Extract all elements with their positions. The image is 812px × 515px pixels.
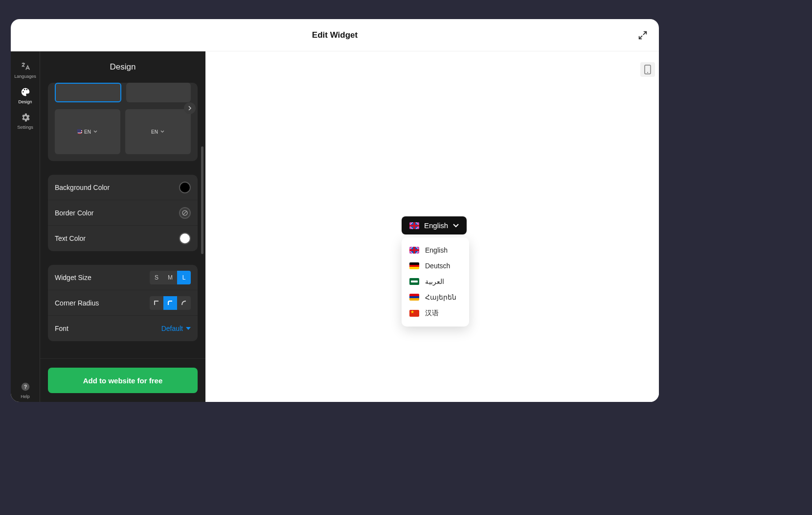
option-label: العربية bbox=[425, 278, 444, 285]
am-flag-icon bbox=[409, 294, 419, 301]
panel-scroll[interactable]: EN EN Background Color bbox=[40, 83, 205, 358]
language-option-chinese[interactable]: 汉语 bbox=[402, 305, 469, 322]
chevron-down-icon bbox=[453, 224, 459, 228]
current-language-label: English bbox=[424, 221, 448, 230]
prop-label: Text Color bbox=[55, 234, 86, 242]
radius-small-button[interactable] bbox=[163, 296, 177, 310]
mobile-preview-toggle[interactable] bbox=[640, 62, 655, 77]
template-grid: EN EN bbox=[48, 83, 198, 161]
background-color-swatch[interactable] bbox=[179, 182, 191, 193]
nav-label: Design bbox=[18, 99, 32, 104]
layout-props: Widget Size S M L Corner Radius bbox=[48, 265, 198, 341]
radius-none-button[interactable] bbox=[150, 296, 163, 310]
color-props: Background Color Border Color Text Color bbox=[48, 175, 198, 251]
prop-label: Widget Size bbox=[55, 274, 91, 281]
language-option-arabic[interactable]: العربية bbox=[402, 274, 469, 289]
uk-flag-icon bbox=[409, 247, 419, 254]
prop-background-color: Background Color bbox=[48, 175, 198, 200]
template-card-3[interactable]: EN bbox=[55, 109, 120, 154]
uk-flag-icon bbox=[409, 222, 419, 229]
font-select[interactable]: Default bbox=[161, 325, 191, 332]
chevron-down-icon bbox=[160, 129, 165, 134]
chevron-down-icon bbox=[93, 129, 98, 134]
modal-title: Edit Widget bbox=[312, 30, 358, 40]
language-dropdown: English Deutsch العربية Հայերեն bbox=[402, 237, 469, 327]
translate-icon bbox=[20, 61, 31, 72]
prop-label: Font bbox=[55, 325, 68, 332]
svg-point-5 bbox=[647, 72, 648, 73]
prop-label: Background Color bbox=[55, 184, 110, 191]
templates-next-button[interactable] bbox=[184, 102, 196, 114]
prop-label: Border Color bbox=[55, 209, 93, 217]
mobile-icon bbox=[644, 65, 651, 74]
prop-widget-size: Widget Size S M L bbox=[48, 265, 198, 290]
language-option-deutsch[interactable]: Deutsch bbox=[402, 258, 469, 274]
prop-font: Font Default bbox=[48, 316, 198, 341]
corner-round-icon bbox=[167, 300, 174, 306]
template-card-1[interactable] bbox=[55, 83, 121, 102]
nav-item-help[interactable]: ? Help bbox=[11, 376, 40, 402]
radius-segmented-control bbox=[150, 296, 191, 310]
modal-header: Edit Widget bbox=[11, 19, 659, 51]
template-label: EN bbox=[84, 129, 91, 135]
nav-label: Settings bbox=[17, 125, 33, 130]
us-flag-icon bbox=[77, 129, 82, 134]
language-widget-preview: English English Deutsch العربية bbox=[402, 216, 469, 327]
preview-area: English English Deutsch العربية bbox=[205, 51, 659, 402]
svg-text:?: ? bbox=[23, 384, 26, 390]
option-label: English bbox=[425, 246, 448, 254]
expand-button[interactable] bbox=[637, 30, 648, 41]
size-segmented-control: S M L bbox=[150, 271, 191, 284]
no-color-icon bbox=[181, 210, 188, 216]
prop-border-color: Border Color bbox=[48, 200, 198, 226]
svg-line-3 bbox=[183, 211, 187, 215]
option-label: Deutsch bbox=[425, 262, 450, 270]
template-card-2[interactable] bbox=[126, 83, 191, 102]
corner-pill-icon bbox=[180, 300, 187, 306]
language-selector-button[interactable]: English bbox=[402, 216, 467, 234]
language-option-english[interactable]: English bbox=[402, 242, 469, 258]
sa-flag-icon bbox=[409, 278, 419, 285]
nav-label: Languages bbox=[14, 74, 36, 79]
chevron-right-icon bbox=[187, 106, 192, 111]
option-label: 汉语 bbox=[425, 309, 439, 318]
cta-wrap: Add to website for free bbox=[40, 358, 205, 402]
caret-down-icon bbox=[186, 327, 191, 330]
help-icon: ? bbox=[20, 381, 31, 392]
cn-flag-icon bbox=[409, 310, 419, 317]
template-label: EN bbox=[151, 129, 158, 135]
de-flag-icon bbox=[409, 262, 419, 269]
palette-icon bbox=[20, 87, 31, 97]
template-card-4[interactable]: EN bbox=[125, 109, 191, 154]
size-m-button[interactable]: M bbox=[163, 271, 177, 284]
language-option-armenian[interactable]: Հայերեն bbox=[402, 289, 469, 305]
text-color-swatch[interactable] bbox=[179, 233, 191, 244]
option-label: Հայերեն bbox=[425, 293, 456, 301]
gear-icon bbox=[20, 112, 31, 123]
prop-text-color: Text Color bbox=[48, 226, 198, 251]
prop-label: Corner Radius bbox=[55, 299, 99, 307]
size-l-button[interactable]: L bbox=[177, 271, 191, 284]
add-to-website-button[interactable]: Add to website for free bbox=[48, 368, 198, 393]
radius-large-button[interactable] bbox=[177, 296, 191, 310]
nav-rail: Languages Design Settings ? Help bbox=[11, 51, 40, 402]
prop-corner-radius: Corner Radius bbox=[48, 290, 198, 316]
border-color-swatch[interactable] bbox=[179, 207, 191, 219]
nav-item-design[interactable]: Design bbox=[11, 82, 40, 107]
nav-label: Help bbox=[21, 394, 30, 399]
design-panel: Design EN bbox=[40, 51, 205, 402]
size-s-button[interactable]: S bbox=[150, 271, 163, 284]
panel-title: Design bbox=[40, 51, 205, 83]
nav-item-settings[interactable]: Settings bbox=[11, 107, 40, 133]
font-value: Default bbox=[161, 325, 183, 332]
corner-square-icon bbox=[153, 300, 160, 306]
modal-body: Languages Design Settings ? Help Design bbox=[11, 51, 659, 402]
edit-widget-modal: Edit Widget Languages Design Settings ? bbox=[11, 19, 659, 402]
nav-item-languages[interactable]: Languages bbox=[11, 56, 40, 82]
scrollbar-thumb[interactable] bbox=[201, 146, 203, 254]
